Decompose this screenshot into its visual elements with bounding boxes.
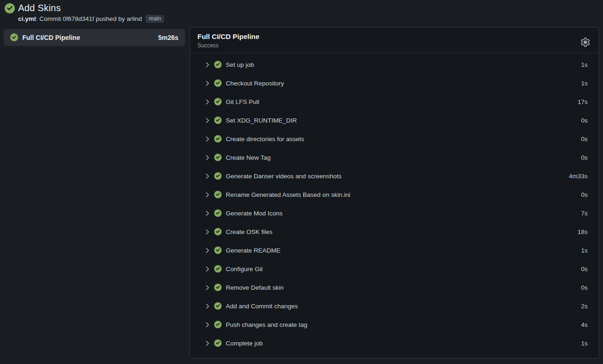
step-name: Configure Git [226,266,263,273]
workflow-file-name: ci.yml [18,15,36,22]
run-header: Add Skins ci.yml: Commit 0f678d341f push… [0,0,603,23]
step-name: Generate README [226,247,281,254]
check-circle-icon [214,154,222,161]
check-circle-icon [214,302,222,310]
step-row[interactable]: Create directories for assets 0s [190,130,599,148]
step-name: Generate Mod Icons [226,210,282,217]
chevron-right-icon[interactable] [204,173,211,180]
step-name: Rename Generated Assets Based on skin.in… [226,191,350,198]
step-row[interactable]: Push changes and create tag 4s [190,315,599,334]
step-name: Remove Default skin [226,284,284,291]
step-duration: 0s [581,154,588,161]
check-circle-icon [214,98,222,105]
step-duration: 0s [581,284,588,291]
step-duration: 0s [581,136,588,143]
step-duration: 0s [581,266,588,273]
step-duration: 0s [581,117,588,124]
step-row[interactable]: Checkout Repository 1s [190,74,599,92]
job-status-text: Success [197,42,591,49]
step-row[interactable]: Configure Git 0s [190,260,599,278]
step-name: Set up job [226,61,254,68]
step-name: Push changes and create tag [226,321,308,328]
check-circle-icon [5,3,15,13]
run-title: Add Skins [18,3,61,13]
chevron-right-icon[interactable] [204,210,211,217]
check-circle-icon [10,33,18,41]
step-duration: 4m33s [569,173,588,180]
step-name: Create directories for assets [226,136,304,143]
step-duration: 1s [581,247,588,254]
chevron-right-icon[interactable] [204,191,211,198]
check-circle-icon [214,191,222,198]
step-row[interactable]: Create OSK files 18s [190,222,599,241]
chevron-right-icon[interactable] [204,228,211,235]
chevron-right-icon[interactable] [204,247,211,254]
step-name: Checkout Repository [226,80,284,87]
check-circle-icon [214,247,222,254]
step-name: Add and Commit changes [226,303,298,310]
chevron-right-icon[interactable] [204,136,211,143]
chevron-right-icon[interactable] [204,117,211,124]
chevron-right-icon[interactable] [204,284,211,291]
steps-list: Set up job 1s Checkout Repository 1s Git… [190,53,599,358]
check-circle-icon [214,321,222,328]
step-name: Complete job [226,340,263,347]
step-duration: 17s [577,98,588,105]
commit-message: ci.yml: Commit 0f678d341f pushed by arli… [18,15,142,22]
step-duration: 4s [581,321,588,328]
gear-icon[interactable] [581,38,590,47]
actions-run-page: { "header": { "title": "Add Skins", "wor… [0,0,603,364]
check-circle-icon [214,228,222,235]
step-row[interactable]: Set XDG_RUNTIME_DIR 0s [190,111,599,130]
check-circle-icon [214,135,222,143]
jobs-sidebar: Full CI/CD Pipeline 5m26s [4,29,185,46]
run-subtitle: ci.yml: Commit 0f678d341f pushed by arli… [18,15,598,23]
check-circle-icon [214,339,222,347]
sidebar-job-item[interactable]: Full CI/CD Pipeline 5m26s [4,29,185,46]
step-duration: 0s [581,191,588,198]
step-row[interactable]: Add and Commit changes 2s [190,297,599,315]
step-duration: 1s [581,80,588,87]
check-circle-icon [214,209,222,217]
check-circle-icon [214,284,222,291]
branch-badge[interactable]: main [145,15,164,23]
check-circle-icon [214,265,222,273]
step-row[interactable]: Generate Mod Icons 7s [190,204,599,222]
step-row[interactable]: Git LFS Pull 17s [190,92,599,111]
step-duration: 2s [581,303,588,310]
step-duration: 1s [581,61,588,68]
step-name: Create New Tag [226,154,271,161]
check-circle-icon [214,61,222,68]
step-name: Create OSK files [226,228,273,235]
chevron-right-icon[interactable] [204,340,211,347]
chevron-right-icon[interactable] [204,154,211,161]
step-row[interactable]: Generate README 1s [190,241,599,260]
job-panel-title: Full CI/CD Pipeline [197,32,591,40]
chevron-right-icon[interactable] [204,98,211,105]
chevron-right-icon[interactable] [204,303,211,310]
chevron-right-icon[interactable] [204,61,211,68]
chevron-right-icon[interactable] [204,80,211,87]
job-duration: 5m26s [158,34,178,41]
check-circle-icon [214,172,222,180]
job-detail-panel: Full CI/CD Pipeline Success Set up job 1… [190,27,599,358]
step-name: Set XDG_RUNTIME_DIR [226,117,297,124]
step-duration: 7s [581,210,588,217]
step-row[interactable]: Remove Default skin 0s [190,278,599,297]
step-row[interactable]: Set up job 1s [190,55,599,74]
commit-text: : Commit 0f678d341f pushed by arlind [36,15,142,22]
run-header-top: Add Skins [5,3,598,13]
check-circle-icon [214,79,222,87]
step-name: Generate Danser videos and screenshots [226,173,341,180]
step-row[interactable]: Generate Danser videos and screenshots 4… [190,167,599,185]
step-name: Git LFS Pull [226,98,259,105]
step-duration: 18s [577,228,588,235]
step-row[interactable]: Rename Generated Assets Based on skin.in… [190,185,599,204]
chevron-right-icon[interactable] [204,266,211,273]
check-circle-icon [214,117,222,124]
chevron-right-icon[interactable] [204,321,211,328]
step-row[interactable]: Create New Tag 0s [190,148,599,167]
step-row[interactable]: Complete job 1s [190,334,599,352]
step-duration: 1s [581,340,588,347]
job-name: Full CI/CD Pipeline [22,34,80,41]
